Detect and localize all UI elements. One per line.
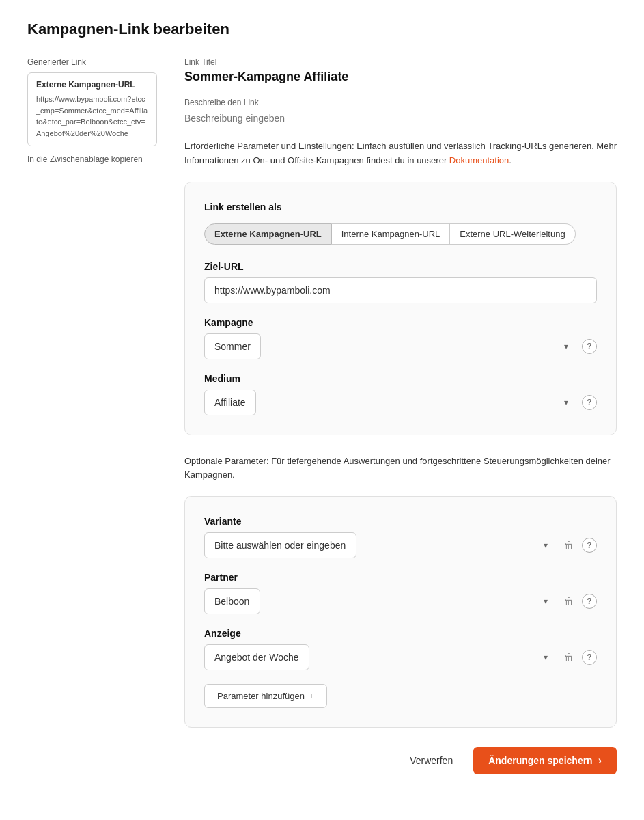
partner-label: Partner — [204, 572, 597, 583]
tab-externe-kampagnen[interactable]: Externe Kampagnen-URL — [204, 223, 332, 245]
sidebar-label: Generierter Link — [27, 57, 157, 67]
anzeige-help-icon[interactable]: ? — [582, 650, 597, 665]
kampagne-help-icon[interactable]: ? — [582, 339, 597, 354]
footer-actions: Verwerfen Änderungen speichern › — [184, 747, 617, 774]
tab-interne-kampagnen[interactable]: Interne Kampagnen-URL — [332, 223, 451, 245]
anzeige-select-container: Angebot der Woche — [204, 644, 556, 670]
kampagne-group: Kampagne Sommer ? — [204, 317, 597, 359]
save-button[interactable]: Änderungen speichern › — [473, 747, 617, 774]
partner-group: Partner Belboon 🗑 ? — [204, 572, 597, 614]
medium-select-container: Affiliate — [204, 390, 576, 415]
medium-select-wrapper: Affiliate ? — [204, 390, 597, 415]
partner-help-icon[interactable]: ? — [582, 594, 597, 609]
link-type-label: Link erstellen als — [204, 202, 597, 213]
variante-label: Variante — [204, 516, 597, 527]
anzeige-select-wrapper: Angebot der Woche 🗑 ? — [204, 644, 597, 670]
partner-select-wrapper: Belboon 🗑 ? — [204, 588, 597, 614]
tab-externe-weiterleitung[interactable]: Externe URL-Weiterleitung — [450, 223, 575, 245]
medium-group: Medium Affiliate ? — [204, 373, 597, 415]
medium-help-icon[interactable]: ? — [582, 395, 597, 410]
main-content: Link Titel Sommer-Kampagne Affiliate Bes… — [184, 57, 617, 774]
sidebar: Generierter Link Externe Kampagnen-URL h… — [27, 57, 157, 164]
generated-link-url: https://www.bypamboli.com?etcc_cmp=Somme… — [36, 94, 148, 139]
ziel-url-group: Ziel-URL — [204, 261, 597, 303]
variante-trash-icon[interactable]: 🗑 — [561, 538, 576, 553]
anzeige-select[interactable]: Angebot der Woche — [204, 644, 309, 670]
describe-label: Beschreibe den Link — [184, 98, 617, 107]
variante-help-icon[interactable]: ? — [582, 538, 597, 553]
generated-link-box-title: Externe Kampagnen-URL — [36, 80, 148, 90]
kampagne-label: Kampagne — [204, 317, 597, 328]
save-arrow-icon: › — [598, 754, 602, 767]
description-input[interactable] — [184, 110, 617, 128]
medium-label: Medium — [204, 373, 597, 384]
variante-select-container: Bitte auswählen oder eingeben — [204, 532, 556, 558]
add-parameter-button[interactable]: Parameter hinzufügen + — [204, 684, 327, 708]
link-title-value: Sommer-Kampagne Affiliate — [184, 70, 617, 84]
anzeige-label: Anzeige — [204, 628, 597, 639]
variante-group: Variante Bitte auswählen oder eingeben 🗑… — [204, 516, 597, 558]
kampagne-select-container: Sommer — [204, 333, 576, 359]
required-params-card: Link erstellen als Externe Kampagnen-URL… — [184, 182, 617, 435]
discard-button[interactable]: Verwerfen — [400, 748, 462, 773]
partner-select[interactable]: Belboon — [204, 588, 260, 614]
optional-text: Optionale Parameter: Für tiefergehende A… — [184, 454, 617, 483]
page-title: Kampagnen-Link bearbeiten — [27, 20, 617, 38]
save-label: Änderungen speichern — [488, 755, 592, 766]
generated-link-box: Externe Kampagnen-URL https://www.bypamb… — [27, 72, 157, 146]
add-parameter-label: Parameter hinzufügen — [217, 691, 305, 701]
kampagne-select-wrapper: Sommer ? — [204, 333, 597, 359]
kampagne-select[interactable]: Sommer — [204, 333, 261, 359]
optional-params-card: Variante Bitte auswählen oder eingeben 🗑… — [184, 496, 617, 728]
variante-select-wrapper: Bitte auswählen oder eingeben 🗑 ? — [204, 532, 597, 558]
dokumentation-link[interactable]: Dokumentation — [449, 155, 509, 165]
copy-to-clipboard-button[interactable]: In die Zwischenablage kopieren — [27, 154, 143, 164]
link-type-tabs: Externe Kampagnen-URL Interne Kampagnen-… — [204, 223, 597, 245]
info-text: Erforderliche Parameter und Einstellunge… — [184, 139, 617, 168]
partner-select-container: Belboon — [204, 588, 556, 614]
ziel-url-input[interactable] — [204, 277, 597, 303]
partner-trash-icon[interactable]: 🗑 — [561, 594, 576, 609]
anzeige-group: Anzeige Angebot der Woche 🗑 ? — [204, 628, 597, 670]
medium-select[interactable]: Affiliate — [204, 390, 256, 415]
variante-select[interactable]: Bitte auswählen oder eingeben — [204, 532, 356, 558]
ziel-url-label: Ziel-URL — [204, 261, 597, 272]
plus-icon: + — [309, 691, 314, 701]
anzeige-trash-icon[interactable]: 🗑 — [561, 650, 576, 665]
link-title-label: Link Titel — [184, 57, 617, 67]
